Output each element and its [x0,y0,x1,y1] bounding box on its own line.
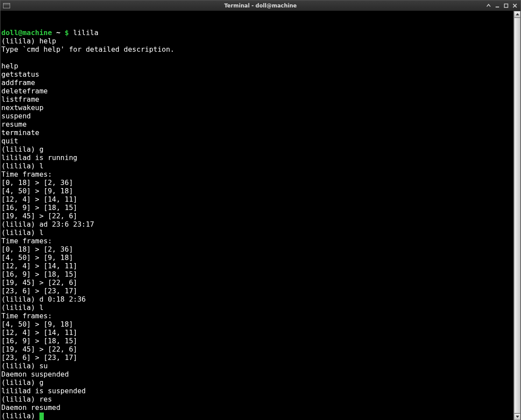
terminal-icon [3,3,10,8]
terminal-cursor [39,413,44,420]
terminal-content[interactable]: doll@machine ~ $ lilila (lilila) help Ty… [1,28,514,420]
scroll-down-button[interactable] [514,413,521,420]
titlebar[interactable]: Terminal - doll@machine [0,0,521,11]
scroll-up-button[interactable] [514,11,521,18]
close-button[interactable] [512,3,518,9]
scrollbar-thumb[interactable] [514,18,521,413]
maximize-button[interactable] [503,3,509,9]
terminal-viewport[interactable]: doll@machine ~ $ lilila (lilila) help Ty… [0,11,514,420]
roll-up-button[interactable] [486,3,492,9]
vertical-scrollbar[interactable] [514,11,521,420]
svg-rect-1 [504,4,508,7]
window-title: Terminal - doll@machine [0,3,521,9]
svg-rect-0 [496,7,499,7]
minimize-button[interactable] [494,3,500,9]
terminal-window: Terminal - doll@machine doll@machine ~ $… [0,0,521,420]
window-controls [486,3,521,9]
scrollbar-track[interactable] [514,18,521,413]
